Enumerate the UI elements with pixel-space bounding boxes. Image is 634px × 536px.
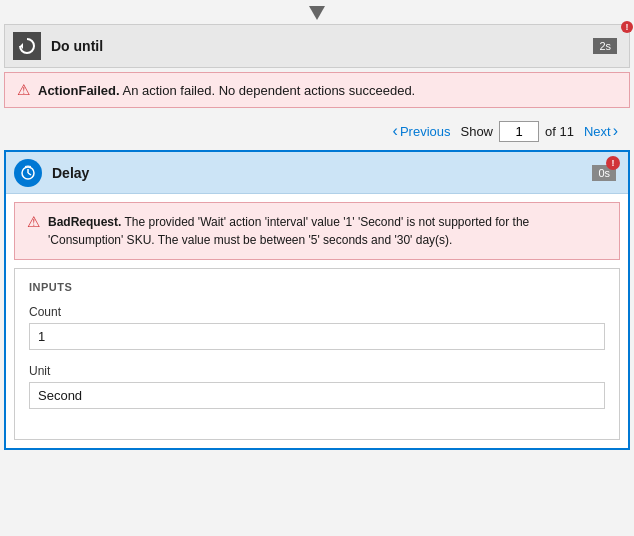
delay-label: Delay bbox=[52, 165, 592, 181]
svg-line-4 bbox=[28, 173, 31, 175]
do-until-badge: 2s bbox=[593, 38, 617, 54]
top-arrow-area bbox=[0, 0, 634, 24]
page-number-input[interactable] bbox=[499, 121, 539, 142]
action-failed-text: ActionFailed. An action failed. No depen… bbox=[38, 83, 415, 98]
do-until-error-dot: ! bbox=[621, 21, 633, 33]
delay-error-dot: ! bbox=[606, 156, 620, 170]
inner-content: Delay 0s ! ⚠ BadRequest. The provided 'W… bbox=[4, 150, 630, 450]
action-failed-bar: ⚠ ActionFailed. An action failed. No dep… bbox=[4, 72, 630, 108]
chevron-left-icon bbox=[393, 122, 398, 140]
do-until-label: Do until bbox=[51, 38, 593, 54]
chevron-right-icon bbox=[613, 122, 618, 140]
inputs-title: INPUTS bbox=[29, 281, 605, 293]
unit-label: Unit bbox=[29, 364, 605, 378]
show-label: Show bbox=[460, 124, 493, 139]
bad-request-warning-icon: ⚠ bbox=[27, 213, 40, 231]
outer-container: Do until 2s ! ⚠ ActionFailed. An action … bbox=[0, 0, 634, 450]
do-until-icon bbox=[13, 32, 41, 60]
inputs-section: INPUTS Count 1 Unit Second bbox=[14, 268, 620, 440]
total-pages-label: of 11 bbox=[545, 124, 574, 139]
bad-request-bar: ⚠ BadRequest. The provided 'Wait' action… bbox=[14, 202, 620, 260]
unit-value: Second bbox=[29, 382, 605, 409]
svg-marker-0 bbox=[309, 6, 325, 20]
delay-icon bbox=[14, 159, 42, 187]
action-failed-warning-icon: ⚠ bbox=[17, 81, 30, 99]
previous-button[interactable]: Previous bbox=[389, 120, 455, 142]
do-until-header[interactable]: Do until 2s ! bbox=[4, 24, 630, 68]
bad-request-text: BadRequest. The provided 'Wait' action '… bbox=[48, 213, 607, 249]
down-arrow-icon bbox=[309, 6, 325, 20]
next-button[interactable]: Next bbox=[580, 120, 622, 142]
count-value: 1 bbox=[29, 323, 605, 350]
count-label: Count bbox=[29, 305, 605, 319]
delay-header[interactable]: Delay 0s ! bbox=[6, 152, 628, 194]
pagination-row: Previous Show of 11 Next bbox=[0, 112, 634, 150]
